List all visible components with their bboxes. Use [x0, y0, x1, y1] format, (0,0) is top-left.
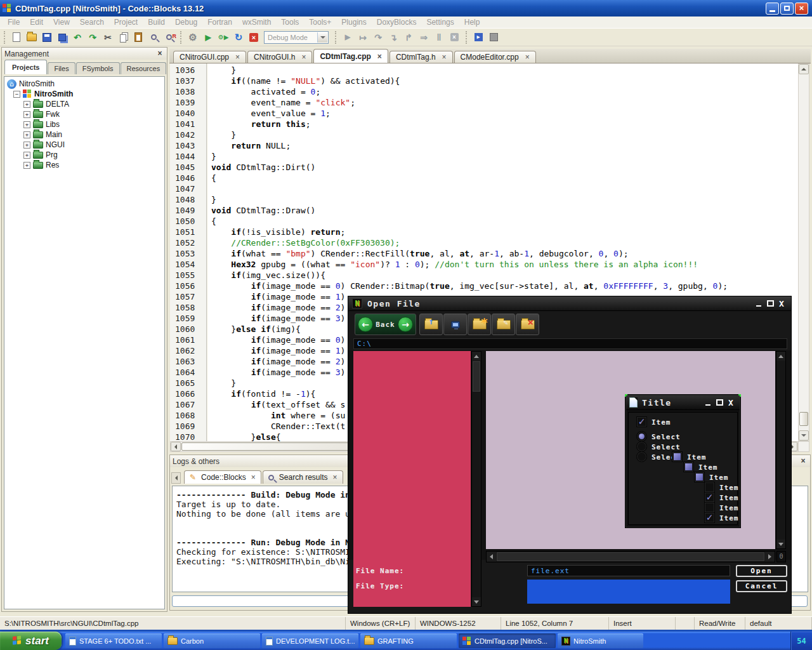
- window-titlebar[interactable]: CDtmlTag.cpp [NitroSmith] - Code::Blocks…: [0, 0, 812, 17]
- tab-close-icon[interactable]: [235, 53, 240, 61]
- debug-run-icon[interactable]: ▶: [340, 30, 355, 45]
- task-button-carbon[interactable]: Carbon: [164, 633, 260, 648]
- tree-folder-prg[interactable]: +Prg: [4, 150, 164, 160]
- square-checked[interactable]: [672, 451, 683, 462]
- menu-item-tools[interactable]: Tools: [276, 18, 304, 27]
- scroll-up-icon[interactable]: [799, 64, 809, 74]
- open-file-icon[interactable]: [24, 30, 39, 45]
- logs-tab-searchresults[interactable]: Search results: [263, 470, 343, 484]
- close-icon[interactable]: [795, 3, 808, 15]
- logs-tab-scroll-left[interactable]: [171, 472, 181, 484]
- task-button-nitrosmith[interactable]: NitroSmith: [558, 633, 643, 648]
- scroll-thumb[interactable]: [497, 552, 764, 561]
- management-close-icon[interactable]: [155, 50, 164, 58]
- scroll-left-icon[interactable]: [171, 442, 181, 451]
- vscroll-thumb[interactable]: [799, 412, 808, 426]
- rename-folder-icon[interactable]: ✎: [492, 314, 515, 335]
- menu-item-plugins[interactable]: Plugins: [336, 18, 371, 27]
- scroll-up-icon[interactable]: [472, 352, 481, 361]
- tab-close-icon[interactable]: [377, 53, 382, 60]
- replace-icon[interactable]: [161, 30, 176, 45]
- next-line-icon[interactable]: ↷: [370, 30, 386, 45]
- tab-close-icon[interactable]: [525, 53, 530, 61]
- menu-item-build[interactable]: Build: [143, 18, 170, 27]
- back-button[interactable]: ← Back →: [355, 314, 416, 335]
- menu-item-help[interactable]: Help: [459, 18, 485, 27]
- scroll-left-icon[interactable]: [487, 552, 496, 562]
- dialog-minimize-icon[interactable]: [753, 299, 764, 308]
- subwindow-maximize-icon[interactable]: [714, 398, 725, 408]
- expand-icon[interactable]: +: [23, 162, 30, 169]
- editor-vscrollbar[interactable]: [798, 63, 809, 441]
- tab-close-icon[interactable]: [332, 474, 337, 481]
- chevron-down-icon[interactable]: [317, 32, 327, 43]
- expand-icon[interactable]: +: [23, 131, 30, 138]
- computer-icon[interactable]: [443, 314, 467, 335]
- undo-icon[interactable]: ↶: [70, 30, 85, 45]
- tree-folder-ngui[interactable]: +NGUI: [4, 140, 164, 150]
- rebuild-icon[interactable]: ↻: [231, 30, 246, 45]
- files-hscrollbar[interactable]: [486, 551, 775, 562]
- break-debugger-icon[interactable]: ‖: [431, 30, 447, 45]
- new-file-icon[interactable]: [9, 30, 24, 45]
- build-icon[interactable]: ⚙: [185, 30, 200, 45]
- square-checked[interactable]: [694, 472, 705, 482]
- editor-tab-cmodeeditorcpp[interactable]: CModeEditor.cpp: [454, 51, 536, 63]
- step-into-icon[interactable]: ↴: [386, 30, 401, 45]
- checkbox-checked[interactable]: [704, 512, 715, 523]
- logs-tab-codeblocks[interactable]: Code::Blocks: [184, 470, 261, 484]
- task-button-developmentlogt[interactable]: DEVELOPMENT LOG.t...: [262, 633, 358, 648]
- scroll-down-icon[interactable]: [776, 540, 785, 548]
- menu-item-project[interactable]: Project: [109, 18, 143, 27]
- menu-item-file[interactable]: File: [3, 18, 25, 27]
- stop-debugger-icon[interactable]: [447, 30, 462, 45]
- menu-item-edit[interactable]: Edit: [25, 18, 48, 27]
- open-button[interactable]: Open: [736, 565, 787, 577]
- subwindow-titlebar[interactable]: Title: [626, 395, 740, 410]
- scroll-down-icon[interactable]: [472, 597, 481, 606]
- radio-unchecked[interactable]: [636, 451, 647, 462]
- tab-close-icon[interactable]: [251, 474, 256, 481]
- radio-unchecked[interactable]: [636, 441, 647, 452]
- checkbox-checked[interactable]: [704, 492, 715, 503]
- file-type-dropdown[interactable]: [527, 580, 730, 604]
- tree-project-item[interactable]: −NitroSmith: [4, 89, 164, 99]
- delete-folder-icon[interactable]: ×: [516, 314, 539, 335]
- copy-icon[interactable]: [115, 30, 131, 45]
- cancel-button[interactable]: Cancel: [736, 580, 787, 592]
- editor-tab-cdtmltagh[interactable]: CDtmlTag.h: [390, 51, 453, 63]
- tab-close-icon[interactable]: [301, 53, 306, 61]
- scroll-thumb[interactable]: [473, 361, 480, 392]
- save-all-icon[interactable]: [55, 30, 70, 45]
- menu-item-search[interactable]: Search: [75, 18, 109, 27]
- redo-icon[interactable]: ↷: [85, 30, 100, 45]
- back-arrow-icon[interactable]: ←: [358, 317, 373, 332]
- scroll-right-icon[interactable]: [765, 552, 775, 562]
- editor-tab-cdtmltagcpp[interactable]: CDtmlTag.cpp: [313, 49, 388, 63]
- tab-fsymbols[interactable]: FSymbols: [76, 62, 120, 74]
- tree-folder-libs[interactable]: +Libs: [4, 119, 164, 129]
- task-button-cdtmltagcppnitros[interactable]: CDtmlTag.cpp [NitroS...: [459, 633, 556, 648]
- address-bar[interactable]: C:\: [353, 338, 787, 349]
- build-run-icon[interactable]: [216, 30, 231, 45]
- editor-tab-cnitroguicpp[interactable]: CNitroGUI.cpp: [173, 51, 246, 63]
- menu-item-wxsmith[interactable]: wxSmith: [237, 18, 276, 27]
- places-scrollbar[interactable]: [471, 351, 481, 607]
- system-tray[interactable]: 54: [790, 632, 812, 650]
- task-button-stage6todotxt[interactable]: STAGE 6+ TODO.txt ...: [65, 633, 162, 648]
- subwindow-close-icon[interactable]: [725, 398, 737, 408]
- expand-icon[interactable]: +: [23, 101, 30, 108]
- save-icon[interactable]: [39, 30, 55, 45]
- paste-icon[interactable]: [131, 30, 146, 45]
- find-icon[interactable]: [146, 30, 161, 45]
- menu-item-view[interactable]: View: [48, 18, 75, 27]
- editor-tab-cnitroguih[interactable]: CNitroGUI.h: [247, 51, 312, 63]
- tab-close-icon[interactable]: [442, 53, 447, 61]
- tree-folder-main[interactable]: +Main: [4, 129, 164, 140]
- tab-projects[interactable]: Projects: [4, 60, 47, 74]
- forward-arrow-icon[interactable]: →: [398, 317, 413, 332]
- info-window-icon[interactable]: [486, 30, 501, 45]
- files-vscrollbar[interactable]: [776, 351, 786, 549]
- checkbox-unchecked[interactable]: [704, 482, 715, 493]
- square-checked[interactable]: [683, 461, 694, 472]
